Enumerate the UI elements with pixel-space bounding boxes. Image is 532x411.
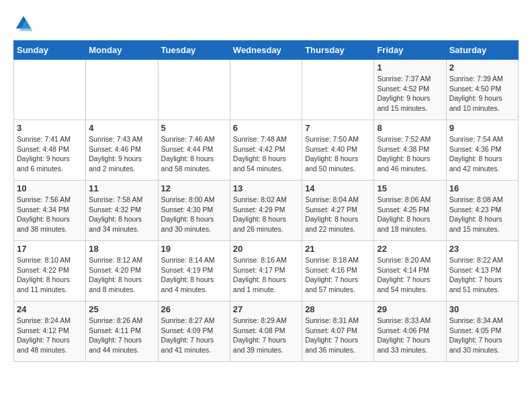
calendar-cell — [86, 60, 158, 120]
day-number: 29 — [377, 304, 443, 314]
calendar-cell: 24Sunrise: 8:24 AM Sunset: 4:12 PM Dayli… — [14, 302, 86, 362]
day-number: 8 — [377, 123, 443, 133]
day-info: Sunrise: 7:37 AM Sunset: 4:52 PM Dayligh… — [377, 74, 443, 113]
day-number: 2 — [449, 62, 515, 73]
day-number: 14 — [305, 183, 371, 193]
calendar-cell: 18Sunrise: 8:12 AM Sunset: 4:20 PM Dayli… — [86, 241, 158, 302]
calendar-cell: 14Sunrise: 8:04 AM Sunset: 4:27 PM Dayli… — [302, 181, 374, 241]
page-header — [13, 13, 519, 34]
day-info: Sunrise: 8:10 AM Sunset: 4:22 PM Dayligh… — [17, 255, 83, 295]
day-info: Sunrise: 7:39 AM Sunset: 4:50 PM Dayligh… — [449, 74, 515, 113]
day-info: Sunrise: 7:56 AM Sunset: 4:34 PM Dayligh… — [17, 195, 83, 234]
calendar-cell — [14, 60, 86, 120]
calendar-week-row: 1Sunrise: 7:37 AM Sunset: 4:52 PM Daylig… — [14, 60, 519, 120]
day-info: Sunrise: 8:31 AM Sunset: 4:07 PM Dayligh… — [305, 316, 371, 355]
day-number: 16 — [449, 183, 515, 193]
calendar-cell: 29Sunrise: 8:33 AM Sunset: 4:06 PM Dayli… — [374, 302, 446, 362]
day-number: 1 — [377, 62, 443, 73]
day-info: Sunrise: 7:58 AM Sunset: 4:32 PM Dayligh… — [89, 195, 154, 234]
calendar-cell: 3Sunrise: 7:41 AM Sunset: 4:48 PM Daylig… — [14, 120, 86, 181]
weekday-header: Sunday — [14, 41, 86, 60]
calendar-cell: 11Sunrise: 7:58 AM Sunset: 4:32 PM Dayli… — [86, 181, 158, 241]
calendar-cell: 15Sunrise: 8:06 AM Sunset: 4:25 PM Dayli… — [374, 181, 446, 241]
calendar-cell: 1Sunrise: 7:37 AM Sunset: 4:52 PM Daylig… — [374, 60, 446, 120]
day-info: Sunrise: 7:50 AM Sunset: 4:40 PM Dayligh… — [305, 134, 371, 174]
day-info: Sunrise: 8:02 AM Sunset: 4:29 PM Dayligh… — [233, 195, 299, 234]
calendar-cell: 23Sunrise: 8:22 AM Sunset: 4:13 PM Dayli… — [446, 241, 518, 302]
calendar-cell — [302, 60, 374, 120]
calendar-cell: 10Sunrise: 7:56 AM Sunset: 4:34 PM Dayli… — [14, 181, 86, 241]
calendar-cell: 22Sunrise: 8:20 AM Sunset: 4:14 PM Dayli… — [374, 241, 446, 302]
day-info: Sunrise: 8:00 AM Sunset: 4:30 PM Dayligh… — [161, 195, 227, 234]
day-info: Sunrise: 8:27 AM Sunset: 4:09 PM Dayligh… — [161, 316, 227, 355]
day-number: 12 — [161, 183, 227, 193]
weekday-header: Saturday — [446, 41, 518, 60]
day-number: 22 — [377, 244, 443, 254]
calendar-cell: 16Sunrise: 8:08 AM Sunset: 4:23 PM Dayli… — [446, 181, 518, 241]
day-number: 17 — [17, 244, 83, 254]
calendar-week-row: 10Sunrise: 7:56 AM Sunset: 4:34 PM Dayli… — [14, 181, 519, 241]
calendar-cell: 27Sunrise: 8:29 AM Sunset: 4:08 PM Dayli… — [230, 302, 302, 362]
calendar-cell: 2Sunrise: 7:39 AM Sunset: 4:50 PM Daylig… — [446, 60, 518, 120]
day-info: Sunrise: 7:52 AM Sunset: 4:38 PM Dayligh… — [377, 134, 443, 174]
calendar-cell: 13Sunrise: 8:02 AM Sunset: 4:29 PM Dayli… — [230, 181, 302, 241]
calendar-cell: 5Sunrise: 7:46 AM Sunset: 4:44 PM Daylig… — [158, 120, 230, 181]
calendar-week-row: 24Sunrise: 8:24 AM Sunset: 4:12 PM Dayli… — [14, 302, 519, 362]
day-info: Sunrise: 8:16 AM Sunset: 4:17 PM Dayligh… — [233, 255, 299, 295]
calendar-cell — [158, 60, 230, 120]
day-info: Sunrise: 8:04 AM Sunset: 4:27 PM Dayligh… — [305, 195, 371, 234]
day-info: Sunrise: 8:24 AM Sunset: 4:12 PM Dayligh… — [17, 316, 83, 355]
day-number: 25 — [89, 304, 154, 314]
day-info: Sunrise: 8:12 AM Sunset: 4:20 PM Dayligh… — [89, 255, 154, 295]
day-number: 7 — [305, 123, 371, 133]
calendar-cell: 26Sunrise: 8:27 AM Sunset: 4:09 PM Dayli… — [158, 302, 230, 362]
logo-icon — [13, 13, 34, 34]
day-info: Sunrise: 8:08 AM Sunset: 4:23 PM Dayligh… — [449, 195, 515, 234]
logo — [13, 13, 36, 34]
calendar-cell: 4Sunrise: 7:43 AM Sunset: 4:46 PM Daylig… — [86, 120, 158, 181]
day-info: Sunrise: 8:33 AM Sunset: 4:06 PM Dayligh… — [377, 316, 443, 355]
calendar-cell: 17Sunrise: 8:10 AM Sunset: 4:22 PM Dayli… — [14, 241, 86, 302]
day-number: 23 — [449, 244, 515, 254]
day-number: 10 — [17, 183, 83, 193]
calendar-cell: 25Sunrise: 8:26 AM Sunset: 4:11 PM Dayli… — [86, 302, 158, 362]
day-info: Sunrise: 7:41 AM Sunset: 4:48 PM Dayligh… — [17, 134, 83, 174]
weekday-header: Thursday — [302, 41, 374, 60]
calendar-cell: 12Sunrise: 8:00 AM Sunset: 4:30 PM Dayli… — [158, 181, 230, 241]
day-info: Sunrise: 8:14 AM Sunset: 4:19 PM Dayligh… — [161, 255, 227, 295]
day-info: Sunrise: 8:34 AM Sunset: 4:05 PM Dayligh… — [449, 316, 515, 355]
calendar-cell: 20Sunrise: 8:16 AM Sunset: 4:17 PM Dayli… — [230, 241, 302, 302]
calendar-cell: 19Sunrise: 8:14 AM Sunset: 4:19 PM Dayli… — [158, 241, 230, 302]
day-info: Sunrise: 7:43 AM Sunset: 4:46 PM Dayligh… — [89, 134, 154, 174]
day-info: Sunrise: 7:46 AM Sunset: 4:44 PM Dayligh… — [161, 134, 227, 174]
weekday-header-row: SundayMondayTuesdayWednesdayThursdayFrid… — [14, 41, 519, 60]
day-number: 20 — [233, 244, 299, 254]
day-number: 3 — [17, 123, 83, 133]
day-info: Sunrise: 7:48 AM Sunset: 4:42 PM Dayligh… — [233, 134, 299, 174]
calendar-cell: 8Sunrise: 7:52 AM Sunset: 4:38 PM Daylig… — [374, 120, 446, 181]
day-number: 30 — [449, 304, 515, 314]
day-info: Sunrise: 7:54 AM Sunset: 4:36 PM Dayligh… — [449, 134, 515, 174]
weekday-header: Tuesday — [158, 41, 230, 60]
weekday-header: Wednesday — [230, 41, 302, 60]
day-number: 9 — [449, 123, 515, 133]
day-info: Sunrise: 8:06 AM Sunset: 4:25 PM Dayligh… — [377, 195, 443, 234]
calendar-cell: 28Sunrise: 8:31 AM Sunset: 4:07 PM Dayli… — [302, 302, 374, 362]
calendar-cell: 6Sunrise: 7:48 AM Sunset: 4:42 PM Daylig… — [230, 120, 302, 181]
calendar-cell — [230, 60, 302, 120]
day-info: Sunrise: 8:20 AM Sunset: 4:14 PM Dayligh… — [377, 255, 443, 295]
day-info: Sunrise: 8:22 AM Sunset: 4:13 PM Dayligh… — [449, 255, 515, 295]
day-info: Sunrise: 8:18 AM Sunset: 4:16 PM Dayligh… — [305, 255, 371, 295]
weekday-header: Friday — [374, 41, 446, 60]
calendar-week-row: 3Sunrise: 7:41 AM Sunset: 4:48 PM Daylig… — [14, 120, 519, 181]
calendar-cell: 9Sunrise: 7:54 AM Sunset: 4:36 PM Daylig… — [446, 120, 518, 181]
day-number: 24 — [17, 304, 83, 314]
day-number: 28 — [305, 304, 371, 314]
day-number: 4 — [89, 123, 154, 133]
day-number: 13 — [233, 183, 299, 193]
day-number: 5 — [161, 123, 227, 133]
day-number: 18 — [89, 244, 154, 254]
day-number: 26 — [161, 304, 227, 314]
day-info: Sunrise: 8:29 AM Sunset: 4:08 PM Dayligh… — [233, 316, 299, 355]
day-number: 11 — [89, 183, 154, 193]
